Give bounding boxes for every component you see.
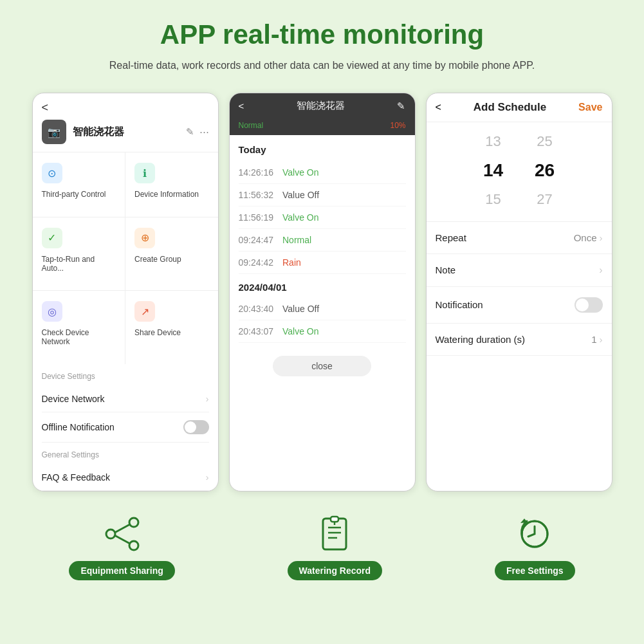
repeat-label: Repeat — [436, 232, 466, 243]
device-settings-title: Device Settings — [42, 372, 209, 381]
phone3-back-icon[interactable]: < — [436, 102, 441, 113]
record-label: Watering Record — [288, 561, 383, 580]
watering-duration-label: Watering duration (s) — [436, 334, 526, 345]
phone2-body: Today 14:26:16 Valve On 11:56:32 Value O… — [230, 135, 415, 491]
log-event-2: Valve On — [282, 212, 319, 223]
notification-toggle[interactable] — [575, 297, 603, 313]
back-icon[interactable]: < — [42, 101, 49, 115]
phone1-header: < — [33, 93, 218, 120]
phone-2: < 智能浇花器 ✎ Normal 10% Today 14:26:16 Valv… — [229, 93, 416, 492]
offline-notification-label: Offline Notification — [42, 422, 115, 432]
bottom-item-sharing: Equipment Sharing — [69, 513, 174, 580]
notification-label: Notification — [436, 299, 483, 310]
close-button[interactable]: close — [273, 356, 371, 376]
device-info-label: Device Information — [134, 190, 199, 199]
phone3-save-button[interactable]: Save — [578, 102, 602, 113]
phones-container: < 📷 智能浇花器 ✎ ⋯ ⊙ Third-party Control ℹ De… — [32, 93, 612, 492]
device-settings-section: Device Settings Device Network › Offline… — [33, 364, 218, 443]
svg-point-0 — [106, 529, 115, 538]
check-network-label: Check Device Network — [42, 328, 116, 346]
offline-notification-toggle[interactable] — [183, 420, 209, 434]
watering-chevron: › — [600, 334, 603, 345]
log-time-0: 14:26:16 — [239, 167, 274, 178]
check-network-icon: ◎ — [42, 301, 62, 322]
faq-label: FAQ & Feedback — [42, 472, 111, 483]
create-group-icon: ⊕ — [134, 228, 155, 248]
note-label: Note — [436, 264, 456, 275]
picker-min-mid: 26 — [535, 154, 555, 187]
third-party-label: Third-party Control — [42, 190, 106, 199]
log-time-2: 11:56:19 — [239, 212, 274, 223]
edit-icon[interactable]: ✎ — [186, 126, 194, 138]
picker-col-hours: 13 14 15 — [468, 129, 519, 212]
tap-run-icon: ✓ — [42, 228, 62, 248]
picker-min-top: 25 — [537, 129, 552, 154]
phone2-title: 智能浇花器 — [297, 100, 345, 112]
page-title: APP real-time monitoring — [160, 19, 484, 50]
svg-point-2 — [129, 541, 138, 550]
picker-col-minutes: 25 26 27 — [519, 129, 571, 212]
repeat-row[interactable]: Repeat Once › — [427, 222, 612, 254]
status-percent: 10% — [390, 121, 405, 130]
log-item-0: 14:26:16 Valve On — [239, 161, 406, 184]
log-item-1: 11:56:32 Value Off — [239, 184, 406, 207]
note-row[interactable]: Note › — [427, 254, 612, 287]
create-group-label: Create Group — [134, 255, 181, 264]
device-name: 智能浇花器 — [73, 125, 179, 139]
log-event-1: Value Off — [282, 190, 319, 200]
picker-hour-bot: 15 — [485, 187, 501, 212]
phone-1: < 📷 智能浇花器 ✎ ⋯ ⊙ Third-party Control ℹ De… — [32, 93, 219, 492]
log-item-3: 09:24:47 Normal — [239, 229, 406, 252]
close-button-wrap: close — [239, 349, 406, 383]
tap-run-label: Tap-to-Run and Auto... — [42, 255, 116, 273]
general-settings-section: General Settings FAQ & Feedback › — [33, 443, 218, 491]
notification-row: Notification — [427, 287, 612, 324]
page-subtitle: Real-time data, work records and other d… — [109, 58, 535, 73]
features-grid: ⊙ Third-party Control ℹ Device Informati… — [33, 152, 218, 364]
svg-rect-10 — [331, 517, 338, 522]
log-time-1: 11:56:32 — [239, 190, 274, 200]
device-actions: ✎ ⋯ — [186, 126, 209, 138]
picker-min-bot: 27 — [537, 187, 552, 212]
log-event-6: Valve On — [282, 326, 319, 336]
log-event-5: Value Off — [282, 304, 319, 314]
settings-label: Free Settings — [495, 561, 575, 580]
device-icon: 📷 — [42, 120, 66, 144]
sharing-icon — [102, 513, 143, 555]
picker-hour-top: 13 — [485, 129, 501, 154]
faq-row[interactable]: FAQ & Feedback › — [42, 465, 209, 491]
phone2-header: < 智能浇花器 ✎ — [230, 93, 415, 118]
log-item-2: 11:56:19 Valve On — [239, 207, 406, 229]
date-2024: 2024/04/01 — [239, 282, 406, 293]
third-party-icon: ⊙ — [42, 163, 62, 183]
watering-duration-row[interactable]: Watering duration (s) 1 › — [427, 324, 612, 356]
status-normal: Normal — [239, 121, 264, 130]
grid-item-share-device[interactable]: ↗ Share Device — [125, 291, 218, 364]
log-event-4: Rain — [282, 257, 301, 268]
grid-item-device-info[interactable]: ℹ Device Information — [125, 152, 218, 217]
grid-item-check-network[interactable]: ◎ Check Device Network — [33, 291, 125, 364]
grid-item-third-party[interactable]: ⊙ Third-party Control — [33, 152, 125, 217]
log-item-6: 20:43:07 Valve On — [239, 320, 406, 343]
device-network-row[interactable]: Device Network › — [42, 386, 209, 412]
record-icon-wrap — [314, 513, 355, 555]
log-item-5: 20:43:40 Value Off — [239, 298, 406, 320]
repeat-value: Once › — [574, 232, 603, 243]
phone2-edit-icon[interactable]: ✎ — [397, 100, 405, 112]
more-icon[interactable]: ⋯ — [199, 126, 209, 138]
phone3-header: < Add Schedule Save — [427, 93, 612, 122]
record-icon — [314, 513, 355, 555]
grid-item-create-group[interactable]: ⊕ Create Group — [125, 217, 218, 291]
general-settings-title: General Settings — [42, 450, 209, 459]
grid-item-tap-run[interactable]: ✓ Tap-to-Run and Auto... — [33, 217, 125, 291]
time-picker[interactable]: 13 14 15 25 26 27 — [427, 122, 612, 222]
phone-3: < Add Schedule Save 13 14 15 25 26 27 Re… — [426, 93, 612, 492]
settings-clock-icon — [514, 513, 555, 555]
date-today: Today — [239, 144, 406, 155]
sharing-label: Equipment Sharing — [69, 561, 174, 580]
device-row: 📷 智能浇花器 ✎ ⋯ — [33, 120, 218, 152]
phone2-back-icon[interactable]: < — [239, 100, 244, 111]
bottom-item-settings: Free Settings — [495, 513, 575, 580]
share-device-label: Share Device — [134, 328, 181, 337]
sharing-icon-wrap — [102, 513, 143, 555]
